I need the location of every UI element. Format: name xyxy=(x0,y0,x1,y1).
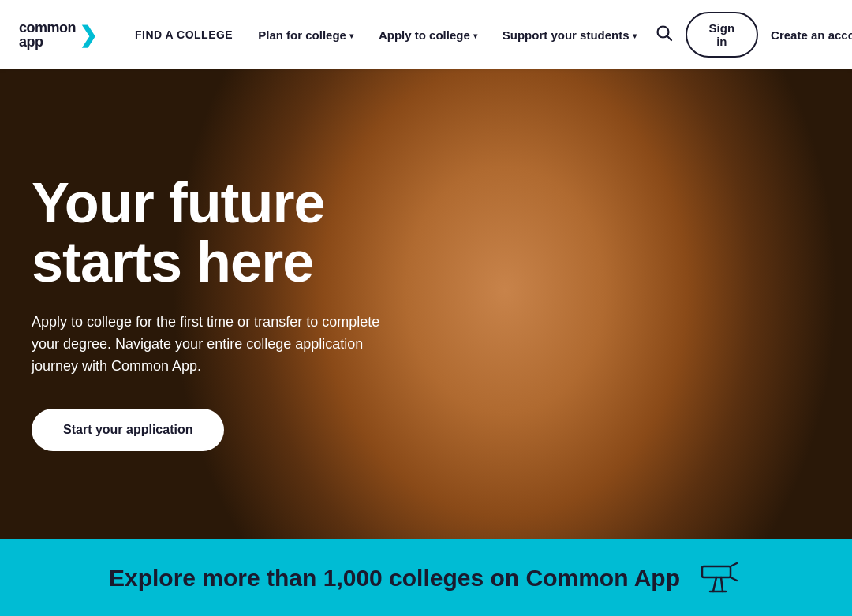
hero-title-line2: starts here xyxy=(32,230,313,293)
apply-chevron-icon: ▾ xyxy=(473,32,477,40)
nav-support-students[interactable]: Support your students ▾ xyxy=(490,0,649,69)
hero-section: Your future starts here Apply to college… xyxy=(0,69,852,539)
svg-line-6 xyxy=(731,563,737,566)
svg-line-3 xyxy=(713,577,716,592)
svg-line-7 xyxy=(731,577,737,581)
hero-title: Your future starts here xyxy=(32,174,410,293)
logo[interactable]: common app ❯ xyxy=(19,21,97,49)
svg-rect-2 xyxy=(702,566,731,577)
logo-app: app xyxy=(19,35,76,49)
logo-text: common app xyxy=(19,21,76,49)
nav-find-college[interactable]: FIND A COLLEGE xyxy=(122,0,245,69)
create-account-button[interactable]: Create an account xyxy=(764,28,852,42)
bottom-band: Explore more than 1,000 colleges on Comm… xyxy=(0,539,852,616)
signin-button[interactable]: Sign in xyxy=(686,12,759,58)
hero-title-line1: Your future xyxy=(32,171,325,234)
nav-links: FIND A COLLEGE Plan for college ▾ Apply … xyxy=(122,0,649,69)
nav-apply-college[interactable]: Apply to college ▾ xyxy=(366,0,490,69)
telescope-icon xyxy=(696,558,743,598)
svg-line-4 xyxy=(721,577,723,592)
logo-chevron-icon: ❯ xyxy=(79,22,97,48)
support-chevron-icon: ▾ xyxy=(633,32,637,40)
nav-right: Sign in Create an account xyxy=(649,12,852,58)
hero-subtitle: Apply to college for the first time or t… xyxy=(32,312,410,378)
search-icon xyxy=(656,24,673,42)
hero-content: Your future starts here Apply to college… xyxy=(0,69,442,539)
bottom-band-text: Explore more than 1,000 colleges on Comm… xyxy=(109,565,680,592)
nav-plan-college[interactable]: Plan for college ▾ xyxy=(245,0,366,69)
svg-line-1 xyxy=(667,35,671,39)
logo-common: common xyxy=(19,21,76,35)
navbar: common app ❯ FIND A COLLEGE Plan for col… xyxy=(0,0,852,69)
search-button[interactable] xyxy=(649,18,679,52)
start-application-button[interactable]: Start your application xyxy=(32,409,224,451)
plan-chevron-icon: ▾ xyxy=(349,32,353,40)
